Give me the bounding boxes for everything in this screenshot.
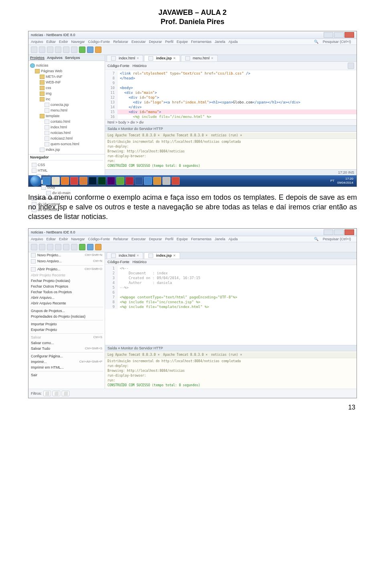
editor-tab[interactable]: menu.html×: [181, 55, 218, 61]
output-tab[interactable]: Apache Tomcat 8.0.3.0 ×: [163, 134, 210, 137]
debug-icon[interactable]: [87, 244, 93, 250]
taskbar-app-icon[interactable]: [98, 177, 106, 185]
tree-node-label[interactable]: noticias: [36, 63, 49, 67]
editor-nav-icon[interactable]: [348, 63, 354, 69]
output-panel-title[interactable]: Saída ≡ Monitor do Servidor HTTP: [105, 345, 357, 351]
code-line[interactable]: <%@ include file="/inc/menu.html" %>: [118, 114, 211, 119]
close-tab-icon[interactable]: ×: [137, 253, 139, 258]
menu-item[interactable]: Código-Fonte: [88, 40, 110, 44]
debug-icon[interactable]: [87, 47, 93, 53]
open-icon[interactable]: [47, 47, 53, 53]
output-panel-title[interactable]: Saída ≡ Monitor do Servidor HTTP: [105, 126, 357, 132]
history-tab[interactable]: Histórico: [133, 64, 147, 68]
new-file-icon[interactable]: [31, 244, 37, 250]
taskbar-app-icon[interactable]: [61, 177, 69, 185]
code-line[interactable]: <%--: [118, 266, 129, 271]
language-indicator[interactable]: PT: [330, 179, 334, 183]
close-tab-icon[interactable]: ×: [173, 253, 175, 258]
file-menu-dropdown[interactable]: Novo Projeto...Ctrl+Shift+NNovo Arquivo.…: [28, 252, 105, 389]
menu-item[interactable]: Navegar: [71, 237, 85, 241]
run-icon[interactable]: [79, 244, 85, 250]
code-editor[interactable]: 7<link rel="stylesheet" type="text/css" …: [105, 70, 357, 119]
tree-node-label[interactable]: WEB-INF: [46, 80, 61, 84]
menu-item[interactable]: Editar: [47, 40, 56, 44]
taskbar-app-icon[interactable]: [79, 177, 87, 185]
filter-bar[interactable]: Filtros: ⬜ ⬜ ⬜: [28, 389, 357, 398]
taskbar[interactable]: PT 17:20 09/04/2014: [28, 175, 357, 187]
tree-node-label[interactable]: template: [46, 114, 60, 118]
project-tabs[interactable]: ProjetosArquivosServiços: [28, 55, 105, 61]
filter-option-2[interactable]: ⬜: [53, 391, 60, 396]
code-line[interactable]: [118, 290, 120, 295]
menu-item[interactable]: Editar: [47, 237, 56, 241]
code-editor[interactable]: 1<%--2 Document : index3 Created on : 09…: [105, 265, 357, 345]
menu-item[interactable]: Arquivo: [31, 237, 43, 241]
close-button[interactable]: [344, 229, 354, 235]
tree-node-label[interactable]: img: [46, 91, 52, 95]
minimize-button[interactable]: [324, 229, 333, 235]
menu-item[interactable]: Imprimir em HTML...: [28, 365, 105, 370]
menu-item[interactable]: Refatorar: [113, 40, 128, 44]
editor-tab[interactable]: index.html×: [107, 252, 143, 259]
minimize-button[interactable]: [324, 32, 333, 38]
taskbar-app-icon[interactable]: [126, 177, 134, 185]
tree-node-label[interactable]: index.html: [51, 125, 67, 129]
history-tab[interactable]: Histórico: [133, 260, 147, 264]
taskbar-app-icon[interactable]: [144, 177, 152, 185]
menu-item[interactable]: Ajuda: [229, 40, 238, 44]
taskbar-app-icon[interactable]: [70, 177, 78, 185]
code-line[interactable]: <div id="logo"><a href="index.html"><h1>…: [118, 100, 300, 105]
menu-item[interactable]: Imprimir...Ctrl+Alt+Shift+P: [28, 359, 105, 365]
menu-item[interactable]: Fechar Projeto (noticias): [28, 278, 105, 284]
menu-item[interactable]: Fechar Outros Projetos: [28, 284, 105, 289]
menu-item[interactable]: Executar: [132, 237, 146, 241]
tree-node-label[interactable]: CSS: [38, 163, 45, 167]
menu-item[interactable]: Executar: [132, 40, 146, 44]
output-tab[interactable]: noticias (run) ×: [211, 353, 242, 357]
filter-option-3[interactable]: ⬜: [62, 391, 69, 396]
editor-subtoolbar[interactable]: Código-Fonte Histórico: [105, 62, 357, 70]
tree-node-label[interactable]: Páginas Web: [41, 69, 62, 73]
code-line[interactable]: </div>: [118, 105, 142, 109]
new-project-icon[interactable]: [39, 244, 45, 250]
code-line[interactable]: --%>: [118, 285, 129, 290]
code-line[interactable]: <%@ include file="template/index.html" %…: [118, 304, 209, 309]
menu-item[interactable]: Grupos de Projetos...: [28, 308, 105, 314]
tree-node-label[interactable]: noticias2.html: [51, 136, 73, 140]
source-tab[interactable]: Código-Fonte: [107, 260, 130, 264]
maximize-button[interactable]: [334, 229, 344, 235]
close-button[interactable]: [344, 32, 354, 38]
editor-tab[interactable]: index.jsp×: [144, 252, 180, 259]
main-toolbar[interactable]: [28, 242, 357, 252]
menu-item[interactable]: Salvar como...: [28, 340, 105, 346]
menu-item[interactable]: Exibir: [59, 237, 68, 241]
editor-subtoolbar[interactable]: Código-Fonte Histórico: [105, 259, 357, 265]
editor-tabs[interactable]: index.html×index.jsp×menu.html×: [105, 55, 357, 62]
taskbar-app-icon[interactable]: [107, 177, 115, 185]
output-tab[interactable]: noticias (run) ×: [211, 134, 242, 137]
taskbar-app-icon[interactable]: [162, 177, 170, 185]
menu-item[interactable]: Ferramentas: [191, 40, 211, 44]
code-line[interactable]: <%@ include file="inc/conecta.jsp" %>: [118, 300, 200, 304]
tree-node-label[interactable]: menu.html: [51, 108, 67, 112]
run-icon[interactable]: [79, 47, 85, 53]
close-tab-icon[interactable]: ×: [137, 56, 139, 60]
menu-item[interactable]: Importar Projeto: [28, 321, 105, 327]
menu-item[interactable]: Propriedades do Projeto (noticias): [28, 314, 105, 319]
tree-node-label[interactable]: noticias.html: [51, 131, 71, 135]
code-line[interactable]: <link rel="stylesheet" type="text/css" h…: [118, 71, 250, 76]
menu-item[interactable]: Perfil: [165, 237, 174, 241]
menu-item[interactable]: Novo Projeto...Ctrl+Shift+N: [28, 252, 105, 258]
menu-item[interactable]: Exportar Projeto: [28, 327, 105, 333]
output-tab[interactable]: Log Apache Tomcat 8.0.3.0 ×: [107, 353, 162, 357]
menu-item[interactable]: Abrir Arquivo Recente: [28, 300, 105, 306]
search-placeholder[interactable]: Pesquisar (Ctrl+I): [323, 237, 351, 241]
tree-node-label[interactable]: index.jsp: [46, 148, 60, 152]
profile-icon[interactable]: [95, 47, 101, 53]
menu-item[interactable]: Abrir Projeto...Ctrl+Shift+O: [28, 266, 105, 272]
menu-item[interactable]: Código-Fonte: [88, 237, 110, 241]
taskbar-app-icon[interactable]: [52, 177, 60, 185]
new-project-icon[interactable]: [39, 47, 45, 53]
code-line[interactable]: Created on : 09/04/2014, 16:37:15: [118, 276, 200, 280]
tree-node-label[interactable]: conecta.jsp: [51, 103, 69, 107]
